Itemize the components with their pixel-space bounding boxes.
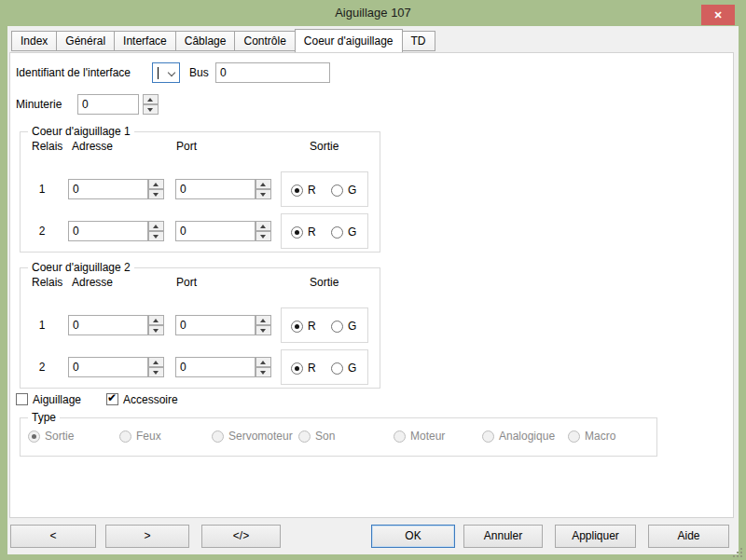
adresse-header: Adresse [72, 140, 113, 154]
sortie-radio-r[interactable]: R [291, 320, 316, 333]
radio-label: Sortie [45, 430, 74, 443]
radio-icon [291, 321, 303, 333]
spinner-up-icon[interactable] [143, 94, 159, 104]
bus-input[interactable] [215, 62, 330, 83]
type-radio-sortie: Sortie [28, 430, 74, 443]
text-cursor [158, 67, 159, 79]
spinner-up-icon[interactable] [148, 179, 164, 189]
sortie-radio-r[interactable]: R [291, 184, 316, 197]
port-input[interactable] [175, 315, 256, 335]
type-radio-macro: Macro [568, 430, 615, 443]
next-button[interactable]: > [105, 525, 189, 548]
resize-grip[interactable] [731, 546, 742, 557]
radio-label: Macro [585, 430, 615, 443]
sortie-radio-r[interactable]: R [291, 225, 316, 239]
radio-label: G [348, 184, 356, 197]
adresse-header: Adresse [72, 276, 113, 290]
adresse-input[interactable] [68, 221, 148, 241]
sortie-panel: R G [281, 349, 368, 385]
group-title: Coeur d'aiguillage 1 [28, 125, 134, 139]
radio-icon [331, 321, 343, 333]
port-input[interactable] [175, 357, 256, 377]
tab-coeur-aiguillage[interactable]: Coeur d'aiguillage [295, 29, 403, 52]
relais-row: 1 R G [21, 307, 380, 343]
checkbox-icon: ✔ [106, 393, 118, 405]
tab-td[interactable]: TD [402, 31, 435, 51]
adresse-spinner [148, 357, 164, 377]
radio-icon [291, 362, 303, 375]
prev-button[interactable]: < [10, 525, 96, 548]
spinner-up-icon[interactable] [256, 221, 271, 231]
spinner-down-icon[interactable] [143, 104, 159, 115]
sortie-radio-r[interactable]: R [291, 362, 316, 375]
relais-number: 2 [34, 213, 50, 249]
type-group: Type Sortie Feux Servomoteur Son Moteur … [20, 417, 657, 457]
sortie-radio-g[interactable]: G [331, 184, 356, 197]
sortie-radio-g[interactable]: G [331, 362, 356, 375]
code-button[interactable]: </> [201, 525, 281, 548]
spinner-down-icon[interactable] [256, 367, 271, 377]
adresse-input[interactable] [68, 315, 148, 335]
radio-label: Analogique [499, 430, 555, 443]
ok-button[interactable]: OK [371, 525, 455, 548]
close-button[interactable]: ✕ [701, 5, 735, 25]
spinner-up-icon[interactable] [256, 179, 271, 189]
port-input[interactable] [175, 179, 256, 199]
adresse-input[interactable] [68, 357, 148, 377]
spinner-down-icon[interactable] [256, 231, 271, 241]
tab-controle[interactable]: Contrôle [234, 31, 295, 51]
spinner-up-icon[interactable] [256, 315, 271, 325]
interface-id-combobox[interactable] [152, 62, 180, 83]
check-icon: ✔ [107, 391, 117, 405]
cancel-button[interactable]: Annuler [463, 525, 543, 548]
spinner-down-icon[interactable] [256, 189, 271, 199]
spinner-down-icon[interactable] [148, 189, 164, 199]
sortie-panel: R G [281, 171, 368, 207]
radio-icon [298, 430, 311, 443]
help-button[interactable]: Aide [648, 525, 729, 548]
radio-label: R [308, 184, 316, 197]
spinner-up-icon[interactable] [148, 357, 164, 367]
adresse-input[interactable] [68, 179, 148, 199]
relais-number: 1 [34, 307, 50, 343]
radio-icon [331, 362, 343, 375]
tab-cablage[interactable]: Câblage [175, 31, 236, 51]
port-spinner [256, 179, 271, 199]
sortie-panel: R G [281, 307, 368, 343]
spinner-up-icon[interactable] [148, 221, 164, 231]
radio-icon [394, 430, 406, 443]
apply-button[interactable]: Appliquer [555, 525, 636, 548]
accessoire-checkbox[interactable]: ✔ Accessoire [106, 392, 178, 406]
tab-index[interactable]: Index [11, 31, 57, 51]
close-icon: ✕ [713, 9, 722, 20]
aiguillage-checkbox[interactable]: ✔ Aiguillage [16, 392, 81, 406]
port-spinner [256, 357, 271, 377]
spinner-down-icon[interactable] [148, 231, 164, 241]
relais-number: 2 [34, 349, 50, 385]
radio-icon [331, 226, 343, 239]
port-input[interactable] [175, 221, 256, 241]
coeur-aiguillage-1-group: Coeur d'aiguillage 1 Relais Adresse Port… [20, 131, 380, 253]
sortie-radio-g[interactable]: G [331, 225, 356, 239]
sortie-radio-g[interactable]: G [331, 320, 356, 333]
spinner-up-icon[interactable] [148, 315, 164, 325]
bus-label: Bus [189, 62, 209, 83]
window-title: Aiguillage 107 [335, 6, 411, 20]
spinner-down-icon[interactable] [256, 325, 271, 335]
tab-bar: Index Général Interface Câblage Contrôle… [11, 29, 435, 52]
type-radio-son: Son [298, 430, 335, 443]
spinner-down-icon[interactable] [148, 325, 164, 335]
radio-icon [291, 226, 303, 239]
radio-icon [212, 430, 224, 443]
minuterie-input[interactable] [77, 94, 139, 115]
port-spinner [256, 221, 271, 241]
spinner-down-icon[interactable] [148, 367, 164, 377]
checkbox-icon: ✔ [16, 393, 28, 405]
sortie-panel: R G [281, 213, 368, 249]
type-radio-servomoteur: Servomoteur [212, 430, 293, 443]
relais-row: 2 R G [21, 213, 380, 249]
tab-interface[interactable]: Interface [114, 31, 176, 51]
spinner-up-icon[interactable] [256, 357, 271, 367]
tab-general[interactable]: Général [56, 31, 115, 51]
type-radio-analogique: Analogique [482, 430, 555, 443]
